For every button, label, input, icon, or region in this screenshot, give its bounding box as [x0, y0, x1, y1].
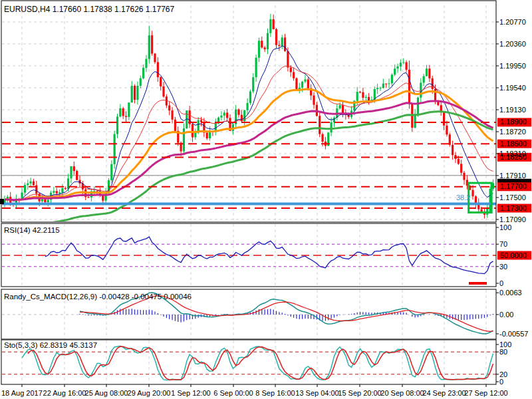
rsi-plot-area[interactable]	[1, 223, 496, 287]
main-plot-area[interactable]	[1, 1, 496, 222]
price-axis-area[interactable]	[496, 1, 532, 384]
chart-title-ohlc: EURUSD,H4 1.17660 1.17838 1.17626 1.1776…	[4, 5, 174, 14]
rsi-indicator-title: RSI(14) 42.2115	[4, 226, 60, 234]
stochastic-indicator-title: Sto(5,3,3) 62.8319 45.3137	[4, 341, 97, 349]
chart-svg: 1.177671.189001.185001.182501.177001.173…	[0, 0, 532, 399]
time-axis-area[interactable]	[1, 384, 496, 399]
macd-indicator-title: Randy_Cs_MACD(12,26,9) -0.00428 -0.00475…	[4, 293, 192, 301]
fib-382-label: 38.2	[456, 194, 470, 201]
trading-chart-window: 1.177671.189001.185001.182501.177001.173…	[0, 0, 532, 399]
